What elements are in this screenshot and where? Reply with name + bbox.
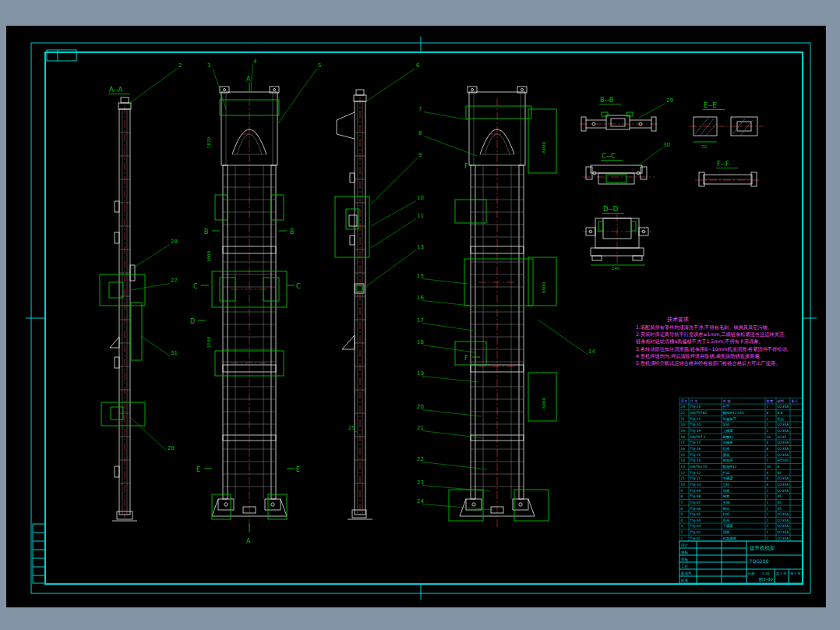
part-cell: 拉杆 xyxy=(723,512,730,516)
part-cell: 6 xyxy=(681,507,683,511)
part-cell: 底座 xyxy=(723,519,730,522)
part-cell: 螺栓M12×45 xyxy=(723,411,745,415)
cad-viewer-stage: 序号代 号名 称数量材料备注23TSJ-23护罩1Q235A22GB/T5782… xyxy=(0,0,840,630)
part-cell: TSJ-11 xyxy=(690,476,701,480)
dim-label: 140 xyxy=(612,266,620,271)
part-cell: Q235A xyxy=(778,453,789,457)
callout-28: 28 xyxy=(171,239,178,245)
part-cell: 托辊 xyxy=(722,471,730,475)
part-cell: 轴套 xyxy=(723,494,730,498)
part-cell: 2 xyxy=(767,423,769,426)
part-cell: GB/T97.1 xyxy=(690,435,707,439)
note-line: 2.安装时保证两导轨平行度误差≤1mm,二级链条松紧适当且运转灵活, xyxy=(636,331,785,338)
part-cell: 垫圈12 xyxy=(723,435,735,439)
view-letter-B: B xyxy=(290,228,295,235)
part-cell: 9 xyxy=(681,489,683,493)
section-label-E--E: E--E xyxy=(704,101,717,109)
titleblock-text: 提升机机架 xyxy=(750,545,775,551)
part-cell: TSJ-07 xyxy=(690,501,701,504)
part-cell: 1 xyxy=(767,501,769,504)
section-label-F--F: F--F xyxy=(717,160,729,168)
part-cell: TSJ-12 xyxy=(690,471,701,475)
part-cell: 主轴 xyxy=(723,501,730,504)
dim-label: 3000 xyxy=(206,251,211,262)
part-header: 序号 xyxy=(681,399,688,403)
part-cell: Q235A xyxy=(778,536,789,540)
part-cell: TSJ-06 xyxy=(690,507,701,511)
part-cell: 3 xyxy=(681,524,683,528)
part-cell: 2 xyxy=(767,458,769,462)
part-cell: TSJ-10 xyxy=(690,483,701,487)
part-cell: 11 xyxy=(681,476,686,480)
part-cell: 1 xyxy=(681,536,683,540)
part-cell: 7 xyxy=(681,501,683,504)
part-cell: 13 xyxy=(681,465,686,469)
part-cell: 8 xyxy=(681,494,683,498)
callout-9: 9 xyxy=(418,152,422,158)
part-cell: 23 xyxy=(681,405,686,409)
part-cell: 挡板 xyxy=(723,489,730,493)
part-cell: 18 xyxy=(681,435,686,439)
part-cell: TSJ-03 xyxy=(690,524,701,528)
view-letter-A: A xyxy=(246,538,251,545)
titleblock-text: 第 1 张 xyxy=(790,572,802,575)
part-cell: TSJ-20 xyxy=(690,423,701,426)
titleblock-text: 工艺 xyxy=(681,564,689,568)
callout-6: 6 xyxy=(416,62,420,69)
titleblock-text: 1:10 xyxy=(762,572,770,575)
titleblock-text: 校核 xyxy=(681,550,689,554)
part-cell: TSJ-02 xyxy=(690,530,701,534)
callout-11: 11 xyxy=(417,213,424,219)
view-letter-C: C xyxy=(296,283,301,290)
callout-18: 18 xyxy=(417,339,424,345)
callout-16: 16 xyxy=(417,295,424,301)
part-cell: Q235A xyxy=(778,476,789,480)
part-cell: Q235A xyxy=(778,530,789,534)
part-cell: 10 xyxy=(681,483,686,487)
callout-3: 3 xyxy=(207,62,210,69)
callout-22: 22 xyxy=(417,456,424,462)
part-cell: TSJ-05 xyxy=(690,512,701,516)
note-line: 3.各转动部位加注润滑脂,链条用8~10mm机油润滑,各紧固件不得松动。 xyxy=(636,346,792,352)
callout-5: 5 xyxy=(318,62,321,69)
part-cell: 17 xyxy=(681,441,686,444)
drawing-sheet xyxy=(6,26,826,607)
note-line: 1.装配前所有零件均须清洗干净,不得有毛刺、铁屑及其它污物。 xyxy=(636,324,772,331)
part-cell: 2 xyxy=(767,429,769,433)
part-cell: 8 xyxy=(778,465,780,469)
part-cell: Q235A xyxy=(778,441,789,444)
part-cell: 4 xyxy=(767,441,769,444)
part-cell: 8.8 xyxy=(778,411,783,415)
note-line: 链条相对链轮齿槽a面偏移不大于1.5mm,不得有卡滞现象。 xyxy=(635,338,764,345)
part-cell: Q235A xyxy=(778,519,789,522)
detail-view-f-f xyxy=(699,172,757,186)
part-cell: 2 xyxy=(767,512,769,516)
part-cell: 20 xyxy=(681,423,686,426)
part-cell: 链轮 xyxy=(722,507,730,511)
callout-19: 19 xyxy=(417,370,424,377)
part-cell: Q235A xyxy=(778,483,789,487)
part-cell: 15 xyxy=(681,453,686,457)
callout-2: 2 xyxy=(178,62,182,69)
part-cell: 45 xyxy=(778,471,782,475)
part-cell: TSJ-14 xyxy=(690,458,701,462)
part-cell: Q235A xyxy=(778,512,789,516)
callout-4: 4 xyxy=(253,58,257,65)
part-cell: 上横梁 xyxy=(723,428,734,433)
view-letter-F: F xyxy=(464,355,468,362)
callout-13: 13 xyxy=(417,244,424,250)
titleblock-text: 设计 xyxy=(681,543,689,547)
view-letter-C: C xyxy=(193,283,198,290)
titleblock-text: 标准化 xyxy=(680,571,692,576)
part-cell: 2 xyxy=(767,536,769,540)
callout-7: 7 xyxy=(418,106,422,112)
section-label-A--A: A--A xyxy=(109,86,123,94)
part-cell: Q235 xyxy=(778,435,787,439)
dim-label: 6000 xyxy=(542,142,546,153)
part-cell: 45 xyxy=(778,494,782,498)
part-cell: 8 xyxy=(767,411,769,415)
section-label-C--C: C--C xyxy=(602,152,616,160)
part-cell: GB/T6170 xyxy=(690,465,708,469)
callout-30: 30 xyxy=(663,142,670,148)
part-cell: 筋板 xyxy=(723,447,730,451)
